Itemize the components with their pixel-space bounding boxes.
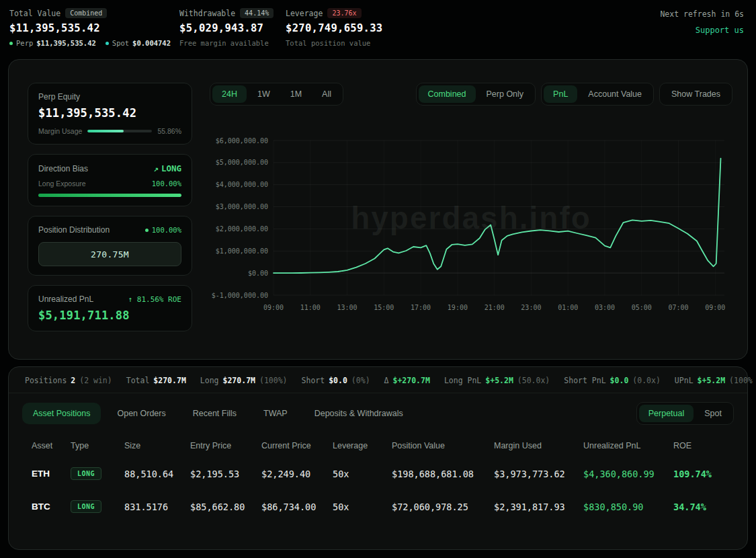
summary-long: Long $270.7M (100%) [200, 376, 288, 385]
table-row-eth: ETH LONG 88,510.64 $2,195.53 $2,249.40 5… [32, 457, 724, 490]
tab-open-orders[interactable]: Open Orders [106, 403, 176, 424]
stats-sidebar: Perp Equity $11,395,535.42 Margin Usage … [28, 83, 192, 343]
long-badge: LONG [71, 500, 101, 513]
svg-text:$1,000,000.00: $1,000,000.00 [216, 247, 268, 255]
svg-text:09:00: 09:00 [705, 304, 725, 311]
svg-text:23:00: 23:00 [521, 304, 541, 311]
unrealized-pnl-label: Unrealized PnL [38, 294, 93, 304]
withdrawable-subtext: Free margin available [179, 39, 286, 47]
chart-controls: 24H 1W 1M All Combined Perp Only PnL Acc… [210, 83, 732, 106]
pnl-chart: hyperdash.info $6,000,000.00$5,000,000.0… [210, 114, 732, 343]
svg-text:15:00: 15:00 [374, 304, 394, 311]
perp-label: Perp [16, 39, 33, 47]
perp-equity-card: Perp Equity $11,395,535.42 Margin Usage … [28, 83, 192, 145]
position-distribution-label: Position Distribution [38, 225, 110, 235]
col-type: Type [71, 441, 124, 450]
perp-dot-icon [9, 42, 13, 45]
table-row-btc: BTC LONG 831.5176 $85,662.80 $86,734.00 … [32, 490, 724, 523]
leverage-badge: 23.76x [327, 8, 361, 18]
roe-badge: ↑ 81.56% ROE [128, 295, 181, 304]
col-roe: ROE [673, 441, 724, 450]
combined-badge: Combined [65, 8, 107, 18]
summary-long-pnl: Long PnL $+5.2M (50.0x) [444, 376, 550, 385]
unrealized-pnl-card: Unrealized PnL ↑ 81.56% ROE $5,191,711.8… [28, 285, 192, 331]
svg-text:19:00: 19:00 [448, 304, 468, 311]
positions-summary-bar: Positions 2 (2 win) Total $270.7M Long $… [9, 367, 747, 393]
combined-toggle-button[interactable]: Combined [419, 85, 476, 103]
range-1w-button[interactable]: 1W [248, 85, 280, 103]
account-value-toggle-button[interactable]: Account Value [579, 85, 651, 103]
direction-bias-value: LONG [161, 163, 181, 173]
svg-text:13:00: 13:00 [337, 304, 358, 311]
col-unrealized-pnl: Unrealized PnL [583, 441, 673, 450]
col-leverage: Leverage [333, 441, 392, 450]
withdrawable-badge: 44.14% [240, 8, 274, 18]
direction-bias-label: Direction Bias [38, 164, 88, 173]
tab-asset-positions[interactable]: Asset Positions [22, 403, 101, 424]
unrealized-pnl-value: $5,191,711.88 [38, 309, 181, 322]
support-us-link[interactable]: Support us [696, 26, 744, 35]
col-entry-price: Entry Price [190, 441, 261, 450]
col-size: Size [124, 441, 190, 450]
spot-value: $0.004742 [132, 39, 171, 47]
pnl-toggle-button[interactable]: PnL [544, 85, 577, 103]
spot-dot-icon [106, 42, 109, 45]
svg-text:01:00: 01:00 [558, 304, 578, 311]
svg-text:03:00: 03:00 [595, 304, 615, 311]
source-toggle-group: Combined Perp Only [416, 83, 536, 106]
refresh-countdown: Next refresh in 6s [660, 9, 744, 19]
range-all-button[interactable]: All [312, 85, 341, 103]
svg-text:$3,000,000.00: $3,000,000.00 [216, 203, 268, 210]
overview-panel: Perp Equity $11,395,535.42 Margin Usage … [8, 59, 748, 360]
long-exposure-pct: 100.00% [152, 180, 181, 188]
positions-tabs-row: Asset Positions Open Orders Recent Fills… [9, 393, 747, 430]
range-1m-button[interactable]: 1M [281, 85, 311, 103]
show-trades-button[interactable]: Show Trades [662, 85, 730, 103]
tab-deposits-withdrawals[interactable]: Deposits & Withdrawals [304, 403, 414, 424]
leverage-stat: Leverage 23.76x $270,749,659.33 Total po… [286, 8, 460, 47]
total-value-amount: $11,395,535.42 [9, 22, 179, 34]
positions-panel: Positions 2 (2 win) Total $270.7M Long $… [8, 366, 748, 550]
time-range-group: 24H 1W 1M All [210, 83, 343, 106]
tab-recent-fills[interactable]: Recent Fills [182, 403, 247, 424]
summary-positions: Positions 2 (2 win) [25, 376, 112, 385]
svg-text:21:00: 21:00 [485, 304, 505, 311]
positions-table: Asset Type Size Entry Price Current Pric… [9, 430, 747, 523]
svg-text:$0.00: $0.00 [248, 270, 268, 277]
tab-twap[interactable]: TWAP [253, 403, 298, 424]
metric-toggle-group: PnL Account Value [541, 83, 654, 106]
perpetual-toggle-button[interactable]: Perpetual [639, 405, 694, 422]
withdrawable-amount: $5,029,943.87 [179, 22, 286, 34]
margin-usage-label: Margin Usage [38, 127, 82, 135]
summary-delta: Δ $+270.7M [384, 376, 430, 385]
svg-text:$4,000,000.00: $4,000,000.00 [216, 181, 268, 188]
range-24h-button[interactable]: 24H [212, 85, 247, 103]
trend-up-arrow-icon: ↗ [153, 163, 159, 173]
table-header-row: Asset Type Size Entry Price Current Pric… [32, 432, 724, 457]
withdrawable-label: Withdrawable [179, 9, 235, 18]
summary-total: Total $270.7M [126, 376, 186, 385]
perp-value: $11,395,535.42 [36, 39, 96, 47]
svg-text:$5,000,000.00: $5,000,000.00 [216, 159, 268, 166]
leverage-subtext: Total position value [286, 39, 460, 47]
margin-usage-fill [87, 130, 124, 132]
svg-text:$-1,000,000.00: $-1,000,000.00 [212, 292, 268, 299]
svg-text:17:00: 17:00 [411, 304, 431, 311]
position-distribution-card: Position Distribution 100.00% 270.75M [28, 216, 192, 276]
col-asset: Asset [32, 441, 71, 450]
svg-text:09:00: 09:00 [263, 304, 284, 311]
svg-text:$2,000,000.00: $2,000,000.00 [216, 225, 268, 233]
topbar-right: Next refresh in 6s Support us [660, 8, 744, 35]
perp-only-toggle-button[interactable]: Perp Only [477, 85, 534, 103]
market-toggle-group: Perpetual Spot [636, 402, 734, 425]
direction-bias-card: Direction Bias ↗ LONG Long Exposure 100.… [28, 154, 192, 206]
spot-toggle-button[interactable]: Spot [695, 405, 731, 422]
delta-icon: Δ [384, 376, 389, 385]
long-exposure-label: Long Exposure [38, 180, 86, 188]
svg-text:$6,000,000.00: $6,000,000.00 [216, 137, 268, 145]
withdrawable-stat: Withdrawable 44.14% $5,029,943.87 Free m… [179, 8, 286, 47]
total-value-label: Total Value [9, 9, 60, 18]
summary-upnl: UPnL $+5.2M (100% win) [675, 376, 756, 385]
summary-short: Short $0.0 (0%) [302, 376, 370, 385]
show-trades-group: Show Trades [659, 83, 732, 106]
